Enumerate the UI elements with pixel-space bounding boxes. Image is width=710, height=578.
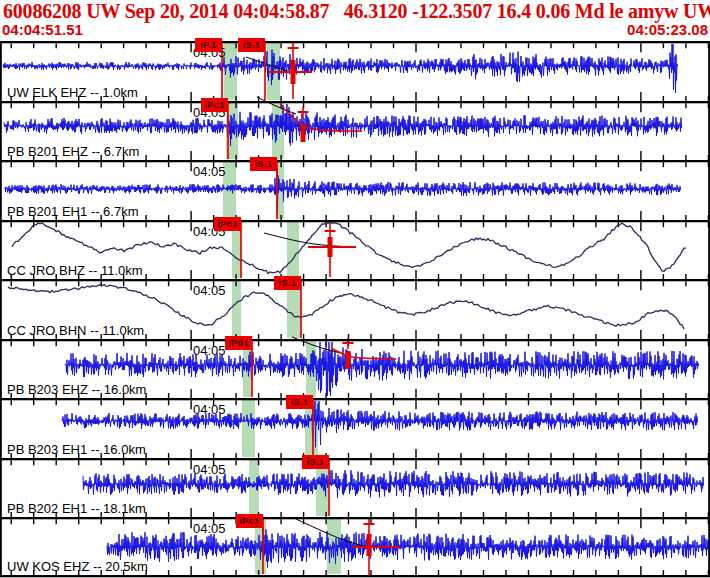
phase-pick-flag[interactable]: iPc1: [201, 98, 228, 112]
waveform-trace[interactable]: [83, 470, 704, 498]
phase-pick-flag[interactable]: iPc1: [214, 217, 241, 231]
arrival-window-band: [287, 222, 299, 278]
station-channel-label: CC JRO BHN -- 11.0km: [7, 323, 144, 338]
station-channel-label: PB B203 EH1 -- 16.0km: [7, 442, 146, 457]
phase-pick-flag[interactable]: iS.1: [286, 395, 313, 409]
time-tick-label: 04:05: [193, 283, 226, 298]
phase-pick-flag[interactable]: iS.1: [274, 276, 301, 290]
time-tick-label: 04:05: [193, 462, 226, 477]
phase-pick-flag[interactable]: iPc1: [236, 514, 263, 528]
phase-pick-flag[interactable]: iS.1: [250, 157, 277, 171]
station-channel-label: CC JRO BHZ -- 11.0km: [7, 263, 143, 278]
station-channel-label: UW KOS EHZ -- 20.5km: [7, 559, 148, 574]
time-tick-label: 04:05: [193, 343, 226, 358]
phase-pick-flag[interactable]: iP.1: [195, 38, 222, 52]
waveform-trace[interactable]: [65, 342, 699, 396]
station-channel-label: PB B202 EH1 -- 18.1km: [7, 501, 146, 516]
coda-marker[interactable]: [352, 519, 399, 576]
station-channel-label: PB B201 EHZ -- 6.7km: [7, 144, 139, 159]
station-channel-label: UW ELK EHZ -- 1.0km: [7, 85, 138, 100]
phase-pick-flag[interactable]: iPd1: [225, 336, 252, 350]
coda-guide-curve: [264, 233, 356, 247]
seismic-waveform-viewer: 60086208 UW Sep 20, 2014 04:04:58.87 46.…: [0, 0, 710, 578]
phase-pick-flag[interactable]: iS.1: [302, 455, 329, 469]
time-tick-label: 04:05: [193, 521, 226, 536]
station-channel-label: PB B203 EHZ -- 16.0km: [7, 382, 146, 397]
time-tick-label: 04:05: [193, 164, 226, 179]
station-channel-label: PB B201 EH1 -- 6.7km: [7, 204, 139, 219]
time-tick-label: 04:05: [193, 402, 226, 417]
waveform-trace[interactable]: [62, 401, 698, 447]
arrival-window-band: [232, 281, 241, 338]
waveform-trace[interactable]: [4, 104, 682, 146]
phase-pick-flag[interactable]: iS.1: [238, 38, 265, 52]
